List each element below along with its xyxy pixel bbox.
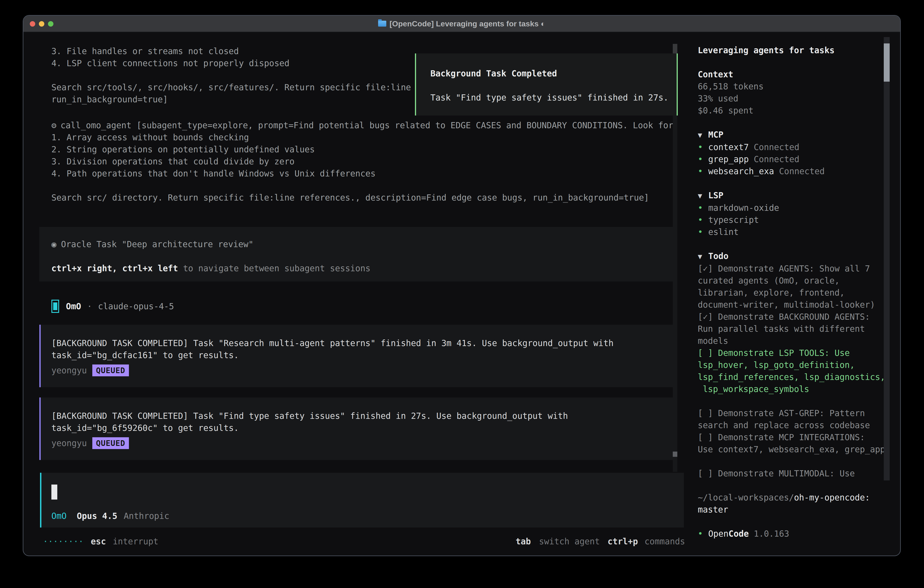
spinner-dots-icon: ········ (43, 537, 83, 547)
chat-line (51, 180, 673, 192)
window-title: [OpenCode] Leveraging agents for tasks ◐ (389, 19, 545, 28)
todo-section-header[interactable]: ▼Todo (698, 250, 901, 263)
chat-line: 2. String operations on potentially unde… (51, 144, 673, 155)
task-line-1: [BACKGROUND TASK COMPLETED] Task "Resear… (51, 337, 674, 349)
bullet-icon: • (698, 141, 708, 153)
todo-line: [ ] Demonstrate MULTIMODAL: Use (698, 467, 901, 479)
todo-line: lsp_hover, lsp_goto_definition, (698, 359, 901, 371)
task-line-2: task_id="bg_dcfac161" to get results. (51, 349, 674, 361)
todo-line: Run parallel tasks with different (698, 323, 901, 335)
chat-line: Search src/ directory. Return specific f… (51, 192, 673, 204)
bullet-icon: • (698, 165, 708, 177)
status-bar: ········ esc interrupt tab switch agent … (43, 535, 685, 548)
chat-line: 4. Path operations that don't handle Win… (51, 168, 673, 180)
status-badge: QUEUED (92, 365, 129, 376)
ctrlp-key-hint: ctrl+p (607, 537, 638, 547)
chevron-down-icon: ▼ (698, 251, 708, 263)
status-left: ········ esc interrupt (43, 537, 158, 547)
todo-line (698, 395, 901, 407)
todo-line: models (698, 335, 901, 347)
title-wrap: [OpenCode] Leveraging agents for tasks ◐ (378, 19, 545, 28)
workspace-branch: master (698, 504, 901, 516)
background-task-toast: Background Task Completed Task "Find typ… (415, 53, 678, 116)
chat-text-block-1: 3. File handles or streams not closed4. … (51, 45, 411, 106)
todo-line: curated agents (OmO, oracle, (698, 275, 901, 287)
tab-key-label: switch agent (539, 537, 600, 547)
mcp-item: •websearch_exaConnected (698, 165, 901, 177)
chat-line: run_in_background=true] (51, 93, 411, 106)
background-task-message-1: [BACKGROUND TASK COMPLETED] Task "Resear… (40, 325, 674, 387)
sidebar: Leveraging agents for tasks Context 66,5… (698, 45, 901, 540)
lsp-item: •eslint (698, 226, 901, 238)
todo-line: lsp_find_references, lsp_diagnostics, (698, 371, 901, 383)
lsp-section-header[interactable]: ▼LSP (698, 189, 901, 202)
bullet-icon: • (698, 214, 708, 226)
todo-line: lsp_workspace_symbols (698, 383, 901, 395)
chat-line: Search src/tools/, src/hooks/, src/featu… (51, 81, 411, 93)
status-badge: QUEUED (92, 437, 129, 449)
workspace-path: ~/local-workspaces/oh-my-opencode: (698, 492, 901, 504)
task-footer: yeongyu QUEUED (51, 436, 674, 450)
version-line: •OpenCode1.0.163 (698, 528, 901, 540)
bullet-icon: • (698, 226, 708, 238)
bullet-icon: • (698, 528, 708, 540)
todo-line (698, 456, 901, 467)
task-line-1: [BACKGROUND TASK COMPLETED] Task "Find t… (51, 410, 674, 422)
tab-key-hint: tab (516, 537, 531, 547)
ctrlp-key-label: commands (645, 537, 685, 547)
agent-header: OmO · claude-opus-4-5 (51, 299, 174, 314)
context-tokens: 66,518 tokens (698, 81, 901, 92)
chat-line: 3. Division operations that could divide… (51, 155, 673, 168)
bullet-icon: • (698, 202, 708, 214)
traffic-lights (30, 16, 53, 32)
todo-line: document-writer, multimodal-looker) (698, 299, 901, 311)
oracle-hint-line: ctrl+x right, ctrl+x left to navigate be… (51, 263, 674, 274)
folder-icon (378, 21, 386, 26)
mcp-section-header[interactable]: ▼MCP (698, 129, 901, 141)
tool-call-line: ⚙call_omo_agent [subagent_type=explore, … (51, 119, 673, 131)
context-spent: $0.46 spent (698, 105, 901, 117)
omo-agent-icon (51, 300, 59, 313)
opencode-window: [OpenCode] Leveraging agents for tasks ◐… (23, 15, 901, 556)
status-right: tab switch agent ctrl+p commands (516, 537, 685, 547)
input-agent-name: OmO (51, 511, 67, 521)
chat-text-block-2: ⚙call_omo_agent [subagent_type=explore, … (51, 119, 673, 204)
todo-line: [✓] Demonstrate BACKGROUND AGENTS: (698, 311, 901, 323)
chevron-down-icon: ▼ (698, 129, 708, 141)
esc-key-hint: esc (91, 537, 106, 547)
todo-line: [✓] Demonstrate AGENTS: Show all 7 (698, 263, 901, 275)
titlebar: [OpenCode] Leveraging agents for tasks ◐ (23, 16, 900, 32)
context-used: 33% used (698, 92, 901, 105)
toast-body: Task "Find type safety issues" finished … (431, 92, 676, 104)
background-task-message-2: [BACKGROUND TASK COMPLETED] Task "Find t… (40, 398, 674, 460)
minimize-button[interactable] (39, 21, 45, 26)
todo-line: [ ] Demonstrate MCP INTEGRATIONS: (698, 431, 901, 443)
prompt-input[interactable]: OmO Opus 4.5 Anthropic (40, 473, 684, 527)
bullet-icon: • (698, 153, 708, 165)
chat-scrollbar-thumb-bottom[interactable] (673, 452, 677, 457)
todo-line: Use context7, websearch_exa, grep_app (698, 443, 901, 456)
sidebar-scrollbar-thumb[interactable] (884, 43, 890, 82)
task-author: yeongyu (51, 438, 87, 448)
model-row: OmO Opus 4.5 Anthropic (51, 509, 169, 523)
mcp-item: •grep_appConnected (698, 153, 901, 165)
text-cursor (51, 484, 57, 500)
oracle-task-card: ◉Oracle Task "Deep architecture review" … (40, 227, 674, 281)
task-author: yeongyu (51, 366, 87, 375)
agent-model: claude-opus-4-5 (98, 302, 174, 311)
agent-name: OmO (66, 302, 81, 311)
task-line-2: task_id="bg_6f59260c" to get results. (51, 422, 674, 434)
input-model-name: Opus 4.5 (77, 511, 117, 521)
maximize-button[interactable] (48, 21, 53, 26)
oracle-icon: ◉ (51, 239, 56, 249)
close-button[interactable] (30, 21, 35, 26)
chevron-down-icon: ▼ (698, 190, 708, 202)
esc-key-label: interrupt (113, 537, 158, 547)
sidebar-scrollbar[interactable] (884, 37, 890, 481)
todo-line: librarian, explore, frontend, (698, 287, 901, 299)
input-provider-name: Anthropic (124, 511, 169, 521)
chat-line: 3. File handles or streams not closed (51, 45, 411, 57)
chat-line: 1. Array access without bounds checking (51, 131, 673, 144)
task-footer: yeongyu QUEUED (51, 363, 674, 377)
lsp-item: •typescript (698, 214, 901, 226)
